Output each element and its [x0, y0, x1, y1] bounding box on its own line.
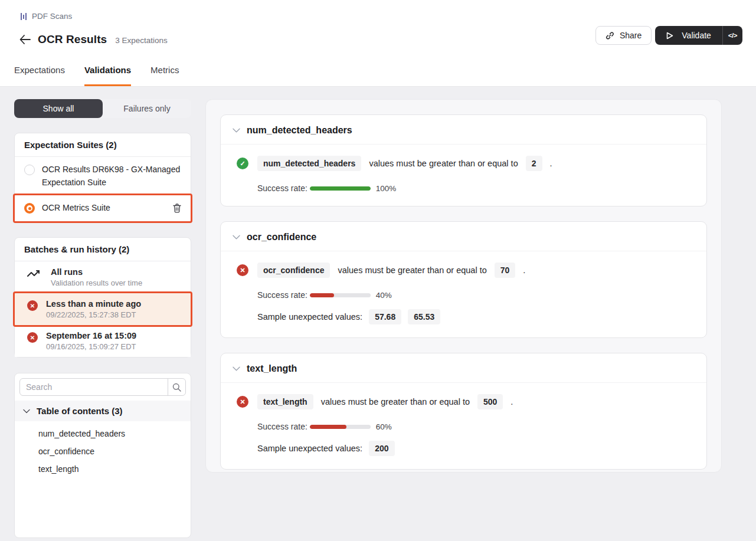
share-button[interactable]: Share	[595, 26, 652, 45]
all-runs-label: All runs	[51, 267, 142, 277]
radio-unselected[interactable]	[24, 165, 35, 175]
rule-period: .	[523, 265, 525, 275]
threshold-chip: 500	[477, 394, 503, 409]
success-rate-label: Success rate:	[257, 422, 307, 431]
tab-metrics[interactable]: Metrics	[150, 65, 179, 86]
expectation-count: 3 Expectations	[115, 36, 168, 45]
column-chip: ocr_confidence	[257, 263, 330, 278]
suite-option-gx-managed[interactable]: OCR Results DR6K98 - GX-Managed Expectat…	[15, 157, 191, 195]
success-status-icon: ✓	[237, 158, 248, 169]
card-title: text_length	[247, 363, 297, 374]
rule-text: values must be greater than or equal to	[321, 397, 470, 406]
validation-results-panel: num_detected_headers ✓ num_detected_head…	[205, 99, 722, 473]
result-filter-toggle: Show all Failures only	[14, 99, 191, 118]
expectation-card-ocr-confidence: ocr_confidence ✕ ocr_confidence values m…	[220, 221, 707, 338]
tab-expectations[interactable]: Expectations	[14, 65, 65, 86]
run-timestamp: 09/16/2025, 15:09:27 EDT	[46, 342, 136, 351]
search-button[interactable]	[168, 379, 185, 395]
link-icon	[606, 31, 614, 40]
sidebar: Show all Failures only Expectation Suite…	[14, 99, 191, 538]
failed-status-icon: ✕	[27, 332, 38, 343]
toc-title: Table of contents (3)	[37, 406, 123, 416]
failed-status-icon: ✕	[237, 396, 248, 408]
delete-suite-button[interactable]	[173, 204, 181, 213]
success-rate-bar	[310, 293, 371, 297]
all-runs-item[interactable]: All runs Validation results over time	[15, 261, 191, 293]
success-rate-value: 100%	[376, 184, 397, 193]
sample-value-chip: 57.68	[369, 309, 401, 324]
run-timestamp: 09/22/2025, 15:27:38 EDT	[46, 310, 141, 319]
sample-value-chip: 200	[369, 441, 394, 456]
filter-show-all[interactable]: Show all	[14, 99, 103, 118]
back-button[interactable]	[15, 30, 34, 49]
suite-option-ocr-metrics[interactable]: OCR Metrics Suite	[15, 195, 191, 221]
search-icon	[172, 383, 181, 392]
rule-text: values must be greater than or equal to	[369, 159, 518, 168]
breadcrumb-label[interactable]: PDF Scans	[32, 12, 72, 21]
code-snippet-button[interactable]: </>	[722, 26, 742, 45]
success-rate-bar	[310, 425, 371, 429]
column-chip: text_length	[257, 394, 313, 409]
toc-item-num-detected-headers[interactable]: num_detected_headers	[15, 425, 191, 442]
batches-panel: Batches & run history (2) All runs Valid…	[14, 237, 191, 358]
data-asset-icon	[20, 12, 27, 21]
tab-validations[interactable]: Validations	[84, 65, 131, 86]
suite-label: OCR Results DR6K98 - GX-Managed Expectat…	[42, 163, 181, 189]
play-icon	[666, 32, 673, 40]
code-icon: </>	[728, 32, 737, 39]
threshold-chip: 2	[526, 156, 542, 171]
failed-status-icon: ✕	[237, 264, 248, 276]
card-header[interactable]: num_detected_headers	[221, 115, 706, 145]
card-header[interactable]: ocr_confidence	[221, 222, 706, 251]
app-header: PDF Scans OCR Results 3 Expectations Sha…	[0, 0, 756, 87]
threshold-chip: 70	[495, 263, 516, 278]
run-item-latest[interactable]: ✕ Less than a minute ago 09/22/2025, 15:…	[15, 293, 191, 325]
run-label: September 16 at 15:09	[46, 331, 136, 340]
search-field	[19, 378, 186, 396]
run-label: Less than a minute ago	[46, 299, 141, 309]
sample-value-chip: 65.53	[408, 309, 440, 324]
card-title: num_detected_headers	[247, 125, 352, 136]
column-chip: num_detected_headers	[257, 156, 361, 171]
share-label: Share	[620, 31, 642, 40]
table-of-contents-panel: Table of contents (3) num_detected_heade…	[14, 373, 191, 538]
expectation-card-num-detected-headers: num_detected_headers ✓ num_detected_head…	[220, 114, 707, 206]
rule-period: .	[550, 159, 552, 168]
all-runs-sublabel: Validation results over time	[51, 278, 142, 287]
success-rate-value: 40%	[376, 291, 392, 300]
suite-label: OCR Metrics Suite	[42, 202, 166, 215]
chevron-down-icon	[23, 409, 30, 414]
breadcrumb[interactable]: PDF Scans	[0, 0, 756, 21]
run-item-september[interactable]: ✕ September 16 at 15:09 09/16/2025, 15:0…	[15, 325, 191, 357]
rule-period: .	[510, 397, 513, 406]
failed-status-icon: ✕	[27, 300, 38, 311]
chevron-down-icon	[233, 128, 240, 133]
samples-label: Sample unexpected values:	[257, 312, 362, 322]
expectation-suites-header: Expectation Suites (2)	[15, 133, 191, 157]
samples-label: Sample unexpected values:	[257, 444, 362, 453]
filter-failures-only[interactable]: Failures only	[103, 99, 191, 118]
expectation-suites-panel: Expectation Suites (2) OCR Results DR6K9…	[14, 133, 191, 222]
validate-button[interactable]: Validate	[655, 26, 722, 45]
card-header[interactable]: text_length	[221, 353, 706, 383]
toc-header[interactable]: Table of contents (3)	[15, 401, 191, 421]
rule-text: values must be greater than or equal to	[338, 265, 486, 275]
success-rate-label: Success rate:	[257, 183, 307, 193]
expectation-card-text-length: text_length ✕ text_length values must be…	[220, 353, 707, 470]
tab-bar: Expectations Validations Metrics	[14, 65, 179, 86]
success-rate-value: 60%	[376, 422, 392, 431]
validate-button-group: Validate </>	[655, 26, 742, 45]
chevron-down-icon	[233, 366, 240, 371]
toc-item-ocr-confidence[interactable]: ocr_confidence	[15, 442, 191, 460]
validate-label: Validate	[682, 31, 711, 40]
radio-selected[interactable]	[24, 203, 35, 214]
card-title: ocr_confidence	[247, 232, 316, 242]
success-rate-bar	[310, 186, 371, 191]
page-title: OCR Results	[38, 33, 107, 46]
success-rate-label: Success rate:	[257, 290, 307, 300]
batches-header: Batches & run history (2)	[15, 238, 191, 261]
search-input[interactable]	[20, 382, 168, 392]
chevron-down-icon	[233, 235, 240, 240]
toc-item-text-length[interactable]: text_length	[15, 460, 191, 478]
trend-line-icon	[27, 269, 42, 280]
